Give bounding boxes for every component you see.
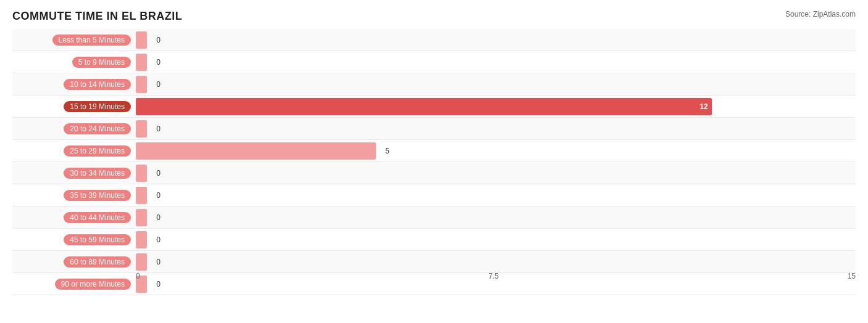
bar-track: 0 — [136, 206, 856, 228]
x-tick: 15 — [848, 272, 856, 280]
bar-track: 0 — [136, 118, 856, 139]
bar-label-pill: 35 to 39 Minutes — [64, 190, 131, 201]
bar-fill-zero: 0 — [136, 120, 147, 137]
bar-label: 30 to 34 Minutes — [12, 168, 136, 179]
bar-fill-zero: 0 — [136, 187, 147, 204]
bar-row: 40 to 44 Minutes0 — [12, 206, 856, 229]
bar-label: Less than 5 Minutes — [12, 35, 136, 46]
bar-fill: 5 — [136, 142, 376, 160]
bar-track: 0 — [136, 73, 856, 95]
bar-label: 5 to 9 Minutes — [12, 57, 136, 68]
bar-track: 12 — [136, 96, 856, 117]
x-tick: 7.5 — [488, 272, 499, 280]
bar-label-pill: 90 or more Minutes — [55, 279, 131, 290]
bar-label: 90 or more Minutes — [12, 279, 136, 290]
bar-fill-zero: 0 — [136, 253, 147, 271]
bar-label-pill: 15 to 19 Minutes — [64, 101, 131, 112]
chart-source: Source: ZipAtlas.com — [785, 10, 856, 18]
bar-track: 5 — [136, 140, 856, 162]
bar-label-pill: 25 to 29 Minutes — [64, 145, 131, 157]
bar-label: 45 to 59 Minutes — [12, 234, 136, 245]
bar-value-zero: 0 — [156, 191, 161, 200]
bar-track: 0 — [136, 184, 856, 206]
bar-value-zero: 0 — [156, 169, 161, 178]
bar-row: 45 to 59 Minutes0 — [12, 229, 856, 251]
bar-value-zero: 0 — [156, 213, 161, 222]
x-tick: 0 — [136, 272, 140, 280]
bar-label-pill: 10 to 14 Minutes — [64, 79, 131, 90]
bar-label: 35 to 39 Minutes — [12, 190, 136, 201]
bar-label: 15 to 19 Minutes — [12, 101, 136, 112]
bar-row: 5 to 9 Minutes0 — [12, 51, 856, 73]
chart-header: COMMUTE TIME IN EL BRAZIL Source: ZipAtl… — [12, 10, 856, 23]
bar-value-zero: 0 — [156, 80, 161, 89]
bar-value-zero: 0 — [156, 235, 161, 244]
bar-row: 30 to 34 Minutes0 — [12, 162, 856, 184]
bar-row: 35 to 39 Minutes0 — [12, 184, 856, 206]
bar-fill-zero: 0 — [136, 31, 147, 49]
bar-fill-zero: 0 — [136, 165, 147, 182]
bar-label: 60 to 89 Minutes — [12, 256, 136, 268]
bar-track: 0 — [136, 51, 856, 73]
x-axis: 07.515 — [136, 269, 856, 287]
bar-label-pill: 40 to 44 Minutes — [64, 212, 131, 223]
bar-label: 40 to 44 Minutes — [12, 212, 136, 223]
bar-label-pill: 60 to 89 Minutes — [64, 256, 131, 268]
bars-area: Less than 5 Minutes05 to 9 Minutes010 to… — [12, 29, 856, 268]
bar-value-zero: 0 — [156, 258, 161, 266]
bar-label-pill: 5 to 9 Minutes — [72, 57, 131, 68]
bar-row: 20 to 24 Minutes0 — [12, 118, 856, 140]
bar-fill-zero: 0 — [136, 209, 147, 226]
bar-value: 5 — [385, 147, 390, 155]
bar-label: 20 to 24 Minutes — [12, 123, 136, 134]
bar-label: 25 to 29 Minutes — [12, 145, 136, 157]
bar-value: 12 — [699, 102, 707, 111]
bar-value-zero: 0 — [156, 58, 161, 67]
bar-track: 0 — [136, 29, 856, 51]
chart-container: COMMUTE TIME IN EL BRAZIL Source: ZipAtl… — [0, 0, 868, 323]
bar-fill: 12 — [136, 98, 712, 115]
bar-value-zero: 0 — [156, 36, 161, 44]
bar-fill-zero: 0 — [136, 76, 147, 93]
bar-fill-zero: 0 — [136, 54, 147, 71]
bar-label-pill: Less than 5 Minutes — [52, 35, 131, 46]
bar-row: 15 to 19 Minutes12 — [12, 96, 856, 118]
bar-fill-zero: 0 — [136, 231, 147, 248]
bar-row: 10 to 14 Minutes0 — [12, 73, 856, 96]
bar-label-pill: 30 to 34 Minutes — [64, 168, 131, 179]
chart-title: COMMUTE TIME IN EL BRAZIL — [12, 10, 182, 23]
bar-row: Less than 5 Minutes0 — [12, 29, 856, 51]
bar-label-pill: 20 to 24 Minutes — [64, 123, 131, 134]
bar-row: 25 to 29 Minutes5 — [12, 140, 856, 162]
bar-track: 0 — [136, 229, 856, 250]
bar-label: 10 to 14 Minutes — [12, 79, 136, 90]
bar-value-zero: 0 — [156, 125, 161, 133]
chart-body: Less than 5 Minutes05 to 9 Minutes010 to… — [12, 29, 856, 287]
bar-track: 0 — [136, 162, 856, 184]
bar-label-pill: 45 to 59 Minutes — [64, 234, 131, 245]
